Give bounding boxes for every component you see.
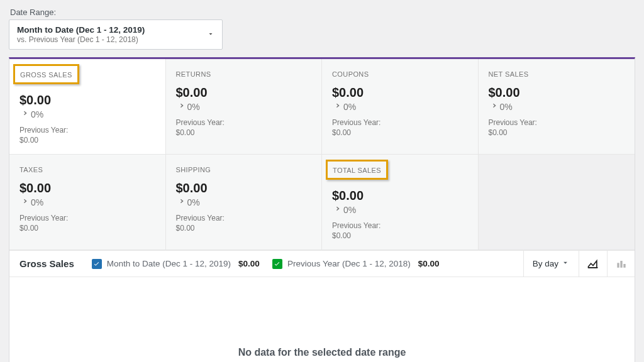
metric-compare: Previous Year:$0.00 [489,118,625,138]
metric-value: $0.00 [332,189,468,203]
chart-empty-message: No data for the selected date range [238,347,406,358]
metric-change: 0% [489,101,625,112]
arrow-right-icon [19,197,28,207]
line-chart-button[interactable] [579,251,607,277]
metric-title: GROSS SALES [20,71,72,79]
arrow-right-icon [176,197,185,207]
metric-card[interactable]: COUPONS$0.000%Previous Year:$0.00 [322,59,479,155]
metric-card[interactable]: TAXES$0.000%Previous Year:$0.00 [9,155,166,250]
interval-label: By day [533,259,558,268]
chart-area: No data for the selected date range [9,277,635,362]
report-container: GROSS SALES$0.000%Previous Year:$0.00RET… [9,57,635,362]
metric-card[interactable]: GROSS SALES$0.000%Previous Year:$0.00 [9,59,166,155]
metric-compare: Previous Year:$0.00 [176,118,312,138]
legend-value: $0.00 [238,259,260,268]
metric-card[interactable]: TOTAL SALES$0.000%Previous Year:$0.00 [322,155,479,250]
metric-title: SHIPPING [176,166,211,173]
bar-chart-button[interactable] [607,251,635,277]
metric-value: $0.00 [176,85,312,100]
metric-value: $0.00 [332,85,468,100]
metric-title: TOTAL SALES [333,167,381,174]
arrow-right-icon [332,204,341,215]
metric-compare: Previous Year:$0.00 [19,126,155,145]
metric-compare: Previous Year:$0.00 [19,214,155,233]
metric-title: RETURNS [176,70,211,78]
metric-value: $0.00 [176,181,312,195]
metric-change: 0% [19,109,155,119]
legend-label: Previous Year (Dec 1 - 12, 2018) [287,259,411,268]
svg-rect-1 [620,261,622,268]
arrow-right-icon [332,101,341,112]
date-range-sub: vs. Previous Year (Dec 1 - 12, 2018) [17,35,145,44]
highlight-box: TOTAL SALES [326,160,388,180]
date-range-main: Month to Date (Dec 1 - 12, 2019) [17,25,145,35]
chart-title: Gross Sales [19,258,74,269]
checkbox-checked-icon[interactable] [272,259,282,269]
metric-change: 0% [332,101,468,112]
metric-compare: Previous Year:$0.00 [332,118,468,138]
chevron-down-icon [207,29,214,40]
svg-rect-0 [617,263,619,268]
legend-label: Month to Date (Dec 1 - 12, 2019) [107,259,231,268]
metric-title: NET SALES [489,70,529,78]
metric-card-empty [479,155,635,250]
chart-type-toggle [579,251,635,277]
legend-value: $0.00 [418,259,440,268]
checkbox-checked-icon[interactable] [92,259,102,269]
date-range-picker[interactable]: Month to Date (Dec 1 - 12, 2019) vs. Pre… [9,19,223,50]
metric-title: TAXES [19,166,43,173]
metric-card[interactable]: NET SALES$0.000%Previous Year:$0.00 [479,59,635,155]
metrics-grid: GROSS SALES$0.000%Previous Year:$0.00RET… [9,59,635,250]
metric-change: 0% [176,197,312,207]
metric-change: 0% [19,197,155,207]
interval-picker[interactable]: By day [523,251,579,277]
metric-change: 0% [176,101,312,112]
highlight-box: GROSS SALES [13,64,79,84]
chart-legend: Gross Sales Month to Date (Dec 1 - 12, 2… [9,251,523,277]
metric-compare: Previous Year:$0.00 [176,214,312,233]
svg-rect-2 [623,264,625,268]
arrow-right-icon [489,101,497,112]
metric-card[interactable]: SHIPPING$0.000%Previous Year:$0.00 [166,155,323,250]
metric-change: 0% [332,204,468,215]
metric-value: $0.00 [19,181,155,195]
chart-header: Gross Sales Month to Date (Dec 1 - 12, 2… [9,250,635,277]
metric-card[interactable]: RETURNS$0.000%Previous Year:$0.00 [166,59,323,155]
metric-value: $0.00 [19,93,155,107]
chevron-down-icon [561,258,570,269]
metric-title: COUPONS [332,70,369,78]
date-range-label: Date Range: [10,8,635,17]
arrow-right-icon [176,101,185,112]
metric-value: $0.00 [489,85,625,100]
metric-compare: Previous Year:$0.00 [332,221,468,241]
legend-item-compare[interactable]: Previous Year (Dec 1 - 12, 2018) $0.00 [272,259,440,269]
arrow-right-icon [19,109,28,119]
legend-item-primary[interactable]: Month to Date (Dec 1 - 12, 2019) $0.00 [92,259,260,269]
